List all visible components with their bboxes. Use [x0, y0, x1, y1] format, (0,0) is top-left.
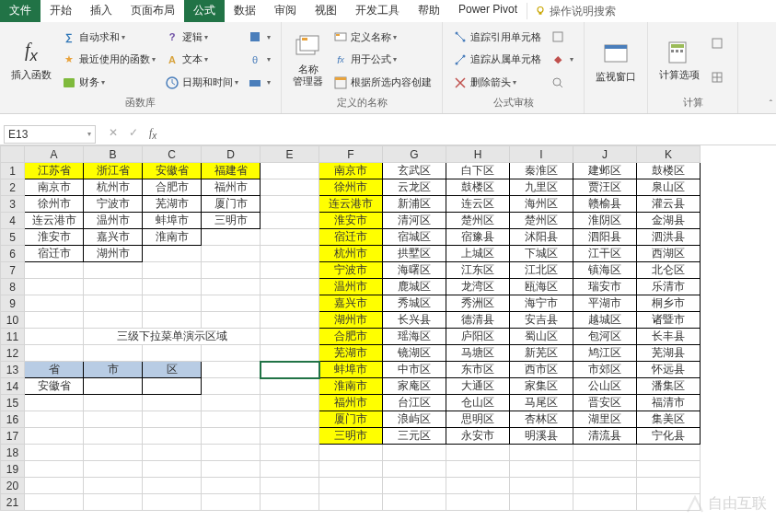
cell-F12[interactable]: 芜湖市 — [319, 345, 383, 362]
cell-D6[interactable] — [202, 246, 261, 262]
row-header-9[interactable]: 9 — [1, 295, 25, 312]
tab-review[interactable]: 审阅 — [265, 0, 306, 22]
cell-I6[interactable]: 下城区 — [510, 246, 573, 262]
cell-I9[interactable]: 海宁市 — [510, 295, 573, 312]
cell-G12[interactable]: 镜湖区 — [383, 345, 446, 362]
cell-B5[interactable]: 嘉兴市 — [84, 229, 143, 246]
cell-H2[interactable]: 鼓楼区 — [446, 179, 510, 196]
evaluate-formula-button[interactable] — [548, 74, 576, 92]
row-header-17[interactable]: 17 — [1, 428, 25, 445]
cell-E19[interactable] — [261, 461, 319, 478]
cell-K21[interactable] — [637, 494, 701, 511]
more-functions-button[interactable]: ▾ — [245, 74, 273, 92]
col-header-J[interactable]: J — [573, 146, 637, 163]
row-header-6[interactable]: 6 — [1, 246, 25, 262]
cell-B6[interactable]: 湖州市 — [84, 246, 143, 262]
cell-K10[interactable]: 诸暨市 — [637, 312, 701, 329]
cell-G18[interactable] — [383, 445, 446, 461]
cell-E5[interactable] — [261, 229, 319, 246]
cell-E9[interactable] — [261, 295, 319, 312]
cell-C13[interactable]: 区 — [143, 362, 202, 378]
cell-F1[interactable]: 南京市 — [319, 163, 383, 179]
cell-G10[interactable]: 长兴县 — [383, 312, 446, 329]
row-header-3[interactable]: 3 — [1, 196, 25, 213]
cell-A1[interactable]: 江苏省 — [25, 163, 84, 179]
cell-D19[interactable] — [202, 461, 261, 478]
cell-B17[interactable] — [84, 428, 143, 445]
cell-J9[interactable]: 平湖市 — [573, 295, 637, 312]
cell-J18[interactable] — [573, 445, 637, 461]
row-header-15[interactable]: 15 — [1, 395, 25, 411]
cell-D12[interactable] — [202, 345, 261, 362]
cell-C8[interactable] — [143, 279, 202, 295]
trace-precedents-button[interactable]: 追踪引用单元格 — [450, 28, 544, 46]
math-button[interactable]: θ▾ — [245, 51, 273, 69]
cell-B15[interactable] — [84, 395, 143, 411]
autosum-button[interactable]: ∑自动求和▾ — [59, 28, 158, 46]
cell-J4[interactable]: 淮阴区 — [573, 213, 637, 229]
cell-A13[interactable]: 省 — [25, 362, 84, 378]
row-header-12[interactable]: 12 — [1, 345, 25, 362]
remove-arrows-button[interactable]: 删除箭头▾ — [450, 74, 544, 92]
cell-K11[interactable]: 长丰县 — [637, 329, 701, 345]
show-formulas-button[interactable] — [548, 28, 576, 46]
cell-D20[interactable] — [202, 478, 261, 494]
cell-B10[interactable] — [84, 312, 143, 329]
cell-K6[interactable]: 西湖区 — [637, 246, 701, 262]
cell-G2[interactable]: 云龙区 — [383, 179, 446, 196]
cell-G17[interactable]: 三元区 — [383, 428, 446, 445]
cell-J12[interactable]: 鸠江区 — [573, 345, 637, 362]
cell-F16[interactable]: 厦门市 — [319, 411, 383, 428]
cell-D18[interactable] — [202, 445, 261, 461]
cell-H13[interactable]: 东市区 — [446, 362, 510, 378]
cell-A16[interactable] — [25, 411, 84, 428]
formula-input[interactable] — [166, 125, 776, 144]
calc-sheet-button[interactable] — [707, 68, 730, 87]
cell-G15[interactable]: 台江区 — [383, 395, 446, 411]
cell-K13[interactable]: 怀远县 — [637, 362, 701, 378]
cell-I13[interactable]: 西市区 — [510, 362, 573, 378]
cell-D17[interactable] — [202, 428, 261, 445]
tab-home[interactable]: 开始 — [41, 0, 81, 22]
cell-G5[interactable]: 宿城区 — [383, 229, 446, 246]
cell-A12[interactable] — [25, 345, 84, 362]
insert-function-button[interactable]: fx 插入函数 — [6, 26, 57, 94]
cell-D9[interactable] — [202, 295, 261, 312]
cell-G16[interactable]: 浪屿区 — [383, 411, 446, 428]
cell-E12[interactable] — [261, 345, 319, 362]
cell-D21[interactable] — [202, 494, 261, 511]
cell-I2[interactable]: 九里区 — [510, 179, 573, 196]
cell-A5[interactable]: 淮安市 — [25, 229, 84, 246]
row-header-19[interactable]: 19 — [1, 461, 25, 478]
spreadsheet-grid[interactable]: ABCDEFGHIJK1江苏省浙江省安徽省福建省南京市玄武区白下区秦淮区建邺区鼓… — [0, 145, 776, 532]
cell-F8[interactable]: 温州市 — [319, 279, 383, 295]
cell-A15[interactable] — [25, 395, 84, 411]
cell-A17[interactable] — [25, 428, 84, 445]
cell-A14[interactable]: 安徽省 — [25, 378, 84, 395]
cell-D10[interactable] — [202, 312, 261, 329]
tab-powerpivot[interactable]: Power Pivot — [449, 0, 527, 22]
cell-C19[interactable] — [143, 461, 202, 478]
cell-H16[interactable]: 思明区 — [446, 411, 510, 428]
cell-B20[interactable] — [84, 478, 143, 494]
cell-H3[interactable]: 连云区 — [446, 196, 510, 213]
row-header-4[interactable]: 4 — [1, 213, 25, 229]
cell-I1[interactable]: 秦淮区 — [510, 163, 573, 179]
cell-J17[interactable]: 清流县 — [573, 428, 637, 445]
cell-J19[interactable] — [573, 461, 637, 478]
cell-K19[interactable] — [637, 461, 701, 478]
cell-H11[interactable]: 庐阳区 — [446, 329, 510, 345]
cell-F4[interactable]: 淮安市 — [319, 213, 383, 229]
cell-B14[interactable] — [84, 378, 143, 395]
row-header-11[interactable]: 11 — [1, 329, 25, 345]
cell-G21[interactable] — [383, 494, 446, 511]
cell-E6[interactable] — [261, 246, 319, 262]
cell-K12[interactable]: 芜湖县 — [637, 345, 701, 362]
cell-I5[interactable]: 沭阳县 — [510, 229, 573, 246]
cell-J10[interactable]: 越城区 — [573, 312, 637, 329]
cell-F6[interactable]: 杭州市 — [319, 246, 383, 262]
cell-A11[interactable] — [25, 329, 84, 345]
col-header-F[interactable]: F — [319, 146, 383, 163]
tab-help[interactable]: 帮助 — [409, 0, 449, 22]
namebox-dropdown-icon[interactable]: ▾ — [87, 130, 91, 138]
